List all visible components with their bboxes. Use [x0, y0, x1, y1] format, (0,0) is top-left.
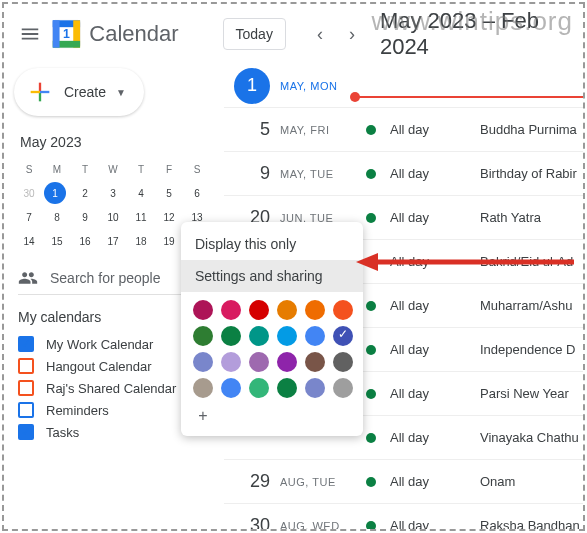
color-swatch[interactable]: [305, 352, 325, 372]
event-allday-label: All day: [390, 518, 480, 531]
color-swatch[interactable]: [193, 378, 213, 398]
color-swatch[interactable]: [193, 352, 213, 372]
calendar-checkbox[interactable]: ✓: [18, 336, 34, 352]
event-row[interactable]: 1MAY, MON: [224, 64, 583, 108]
mini-day[interactable]: 19: [156, 230, 182, 252]
mini-day[interactable]: 11: [128, 206, 154, 228]
mini-day[interactable]: 18: [128, 230, 154, 252]
color-swatch[interactable]: [221, 378, 241, 398]
calendar-checkbox[interactable]: [18, 358, 34, 374]
menu-settings-and-sharing[interactable]: Settings and sharing: [181, 260, 363, 292]
color-swatch[interactable]: [305, 326, 325, 346]
mini-day[interactable]: 4: [128, 182, 154, 204]
mini-day[interactable]: 8: [44, 206, 70, 228]
event-row[interactable]: 29AUG, TUEAll dayOnam: [224, 460, 583, 504]
calendar-label: Hangout Calendar: [46, 359, 152, 374]
mini-day[interactable]: 6: [184, 182, 210, 204]
event-date: 5: [260, 119, 270, 139]
mini-day[interactable]: 9: [72, 206, 98, 228]
search-placeholder: Search for people: [50, 270, 161, 286]
color-swatch[interactable]: [277, 378, 297, 398]
svg-marker-7: [356, 253, 378, 271]
color-swatch[interactable]: [277, 326, 297, 346]
color-swatch[interactable]: [333, 352, 353, 372]
mini-dow: T: [128, 158, 154, 180]
calendar-label: Tasks: [46, 425, 79, 440]
color-swatch[interactable]: [249, 326, 269, 346]
mini-day[interactable]: 1: [44, 182, 66, 204]
event-title: Vinayaka Chathu: [480, 430, 579, 445]
color-swatch[interactable]: [249, 352, 269, 372]
app-name: Calendar: [89, 21, 178, 47]
color-swatch[interactable]: [333, 378, 353, 398]
mini-day[interactable]: 7: [16, 206, 42, 228]
event-row[interactable]: 30AUG, WEDAll dayRaksha Bandhan: [224, 504, 583, 531]
mini-calendar-title[interactable]: May 2023: [14, 130, 224, 154]
watermark: www.wintips.org: [372, 6, 573, 37]
prev-period-button[interactable]: ‹: [304, 18, 336, 50]
calendar-checkbox[interactable]: [18, 380, 34, 396]
color-swatch[interactable]: [305, 300, 325, 320]
mini-day[interactable]: 5: [156, 182, 182, 204]
color-swatch[interactable]: [249, 300, 269, 320]
color-swatch[interactable]: [305, 378, 325, 398]
calendar-checkbox[interactable]: ✓: [18, 424, 34, 440]
event-dot-icon: [366, 169, 376, 179]
event-weekday: MAY, TUE: [280, 168, 366, 180]
event-title: Birthday of Rabir: [480, 166, 577, 181]
add-custom-color-button[interactable]: +: [193, 406, 213, 426]
annotation-arrow: [356, 250, 576, 274]
calendar-context-menu: Display this only Settings and sharing +: [181, 222, 363, 436]
event-title: Buddha Purnima: [480, 122, 577, 137]
mini-day[interactable]: 16: [72, 230, 98, 252]
color-swatch[interactable]: [277, 300, 297, 320]
mini-day[interactable]: 3: [100, 182, 126, 204]
mini-day[interactable]: 12: [156, 206, 182, 228]
event-dot-icon: [366, 389, 376, 399]
color-swatch[interactable]: [193, 300, 213, 320]
calendar-checkbox[interactable]: [18, 402, 34, 418]
mini-dow: F: [156, 158, 182, 180]
event-title: Raksha Bandhan: [480, 518, 580, 531]
event-title: Independence D: [480, 342, 575, 357]
event-row[interactable]: 9MAY, TUEAll dayBirthday of Rabir: [224, 152, 583, 196]
event-allday-label: All day: [390, 210, 480, 225]
event-dot-icon: [366, 125, 376, 135]
color-swatch[interactable]: [333, 300, 353, 320]
mini-day[interactable]: 15: [44, 230, 70, 252]
next-period-button[interactable]: ›: [336, 18, 368, 50]
svg-rect-4: [53, 20, 60, 47]
event-date: 29: [250, 471, 270, 491]
hamburger-icon[interactable]: [12, 14, 48, 54]
event-allday-label: All day: [390, 122, 480, 137]
color-picker: [181, 292, 363, 404]
color-swatch[interactable]: [333, 326, 353, 346]
color-swatch[interactable]: [249, 378, 269, 398]
calendar-label: Raj's Shared Calendar: [46, 381, 176, 396]
event-row[interactable]: 5MAY, FRIAll dayBuddha Purnima: [224, 108, 583, 152]
color-swatch[interactable]: [277, 352, 297, 372]
event-title: Rath Yatra: [480, 210, 541, 225]
event-date: 9: [260, 163, 270, 183]
mini-day[interactable]: 14: [16, 230, 42, 252]
menu-display-this-only[interactable]: Display this only: [181, 228, 363, 260]
event-allday-label: All day: [390, 166, 480, 181]
event-weekday: AUG, WED: [280, 520, 366, 532]
event-allday-label: All day: [390, 430, 480, 445]
event-weekday: AUG, TUE: [280, 476, 366, 488]
create-button[interactable]: Create ▼: [14, 68, 144, 116]
color-swatch[interactable]: [221, 326, 241, 346]
color-swatch[interactable]: [193, 326, 213, 346]
mini-day[interactable]: 10: [100, 206, 126, 228]
calendar-logo-icon: 1: [50, 16, 83, 52]
color-swatch[interactable]: [221, 300, 241, 320]
event-date: 30: [250, 515, 270, 531]
mini-day[interactable]: 17: [100, 230, 126, 252]
event-weekday: MAY, MON: [280, 80, 366, 92]
event-title: Muharram/Ashu: [480, 298, 572, 313]
mini-dow: S: [184, 158, 210, 180]
today-button[interactable]: Today: [223, 18, 286, 50]
color-swatch[interactable]: [221, 352, 241, 372]
mini-day[interactable]: 2: [72, 182, 98, 204]
mini-day[interactable]: 30: [16, 182, 42, 204]
